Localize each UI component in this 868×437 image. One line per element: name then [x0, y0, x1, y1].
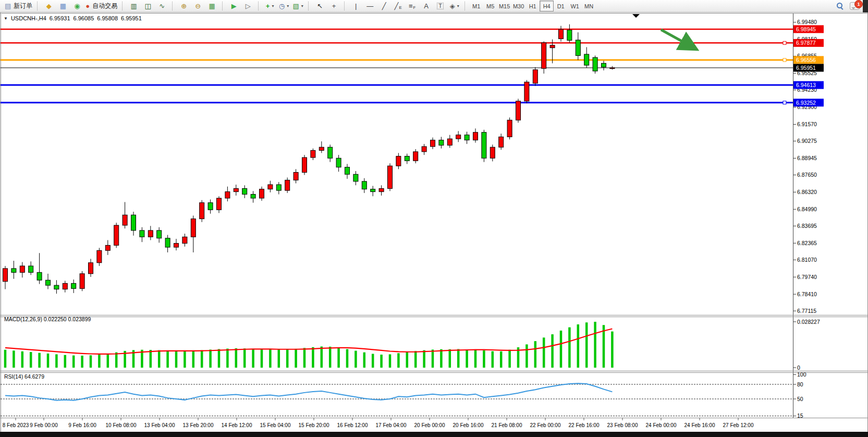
candlestick-chart-button[interactable]: ◫ — [141, 1, 155, 12]
toolbar-separator — [222, 2, 225, 10]
icon-sub-label: E — [399, 5, 401, 10]
chart-window-icon[interactable]: ▦ — [56, 1, 70, 12]
trendline-button[interactable]: ╱ — [377, 1, 391, 12]
vertical-line-button[interactable]: | — [349, 1, 363, 12]
toolbar-separator — [464, 2, 467, 10]
svg-text:6.82365: 6.82365 — [797, 240, 817, 246]
chevron-down-icon: ▾ — [272, 4, 274, 8]
svg-text:20 Feb 00:00: 20 Feb 00:00 — [414, 422, 445, 428]
timeframe-h1-button[interactable]: H1 — [525, 1, 540, 11]
timeframe-d1-button[interactable]: D1 — [554, 1, 568, 11]
timeframe-mn-button[interactable]: MN — [582, 1, 596, 11]
chart-title: ▼ USDCNH-,H4 6.95931 6.96085 6.95808 6.9… — [4, 15, 142, 21]
new-order-button-label: 新订单 — [14, 2, 32, 10]
toolbar-right: 1 — [837, 2, 860, 10]
add-indicator-button[interactable]: +▾ — [263, 1, 277, 12]
svg-text:6.97877: 6.97877 — [796, 40, 816, 46]
timeframe-m1-button[interactable]: M1 — [469, 1, 483, 11]
zoom-out-glyph: ⊖ — [195, 3, 201, 9]
zoom-in-glyph: ⊕ — [181, 3, 187, 9]
fibonacci-glyph: ≡ — [409, 3, 413, 9]
svg-text:17 Feb 04:00: 17 Feb 04:00 — [376, 422, 407, 428]
auto-scroll-glyph: ▶ — [231, 3, 237, 9]
timeframe-m30-button[interactable]: M30 — [511, 1, 525, 11]
chart-collapse-button[interactable]: ▼ — [4, 16, 8, 21]
text-glyph: A — [424, 3, 429, 9]
chart-open-value: 6.95931 — [50, 15, 70, 21]
timeframe-h4-button[interactable]: H4 — [540, 1, 554, 11]
svg-text:22 Feb 16:00: 22 Feb 16:00 — [569, 422, 600, 428]
vertical-line-glyph: | — [355, 3, 357, 9]
timeframe-m5-button[interactable]: M5 — [483, 1, 497, 11]
svg-text:6.90275: 6.90275 — [797, 138, 817, 144]
new-order-glyph: ▤ — [5, 3, 11, 9]
chart-shift-button[interactable]: ▷ — [241, 1, 255, 12]
zoom-out-button[interactable]: ⊖ — [191, 1, 205, 12]
svg-text:6.86320: 6.86320 — [797, 189, 817, 195]
toolbar-separator — [344, 2, 347, 10]
svg-text:6.77115: 6.77115 — [797, 308, 816, 314]
zoom-in-button[interactable]: ⊕ — [177, 1, 191, 12]
line-chart-button[interactable]: ∿ — [155, 1, 169, 12]
notifications-icon[interactable]: 1 — [850, 2, 860, 10]
autotrade-button-label: 自动交易 — [92, 2, 117, 10]
svg-text:23 Feb 08:00: 23 Feb 08:00 — [607, 422, 638, 428]
horizontal-line-button[interactable]: — — [363, 1, 377, 12]
horizontal-line-glyph: — — [366, 3, 373, 9]
new-order-button[interactable]: ▤新订单 — [3, 1, 34, 12]
svg-text:8 Feb 2023: 8 Feb 2023 — [3, 422, 29, 428]
window-corner — [863, 0, 868, 13]
svg-text:9 Feb 16:00: 9 Feb 16:00 — [68, 422, 96, 428]
svg-text:9 Feb 00:00: 9 Feb 00:00 — [30, 422, 58, 428]
tile-windows-glyph: ▦ — [209, 3, 215, 9]
svg-text:27 Feb 12:00: 27 Feb 12:00 — [723, 422, 754, 428]
arrows-button[interactable]: ◈▾ — [447, 1, 461, 12]
autotrade-button[interactable]: ●自动交易 — [84, 1, 119, 12]
template-button[interactable]: ▧▾ — [291, 1, 305, 12]
svg-text:80: 80 — [797, 381, 803, 387]
svg-text:15 Feb 04:00: 15 Feb 04:00 — [260, 422, 291, 428]
chevron-down-icon: ▾ — [287, 4, 289, 8]
line-handle[interactable] — [783, 101, 786, 104]
market-watch-icon[interactable]: ◆ — [42, 1, 56, 12]
svg-text:6.94613: 6.94613 — [796, 82, 816, 88]
cursor-button[interactable]: ↖ — [313, 1, 327, 12]
bar-chart-button[interactable]: ▥ — [127, 1, 141, 12]
svg-text:6.95951: 6.95951 — [796, 65, 816, 71]
fibonacci-button[interactable]: ≡F — [405, 1, 419, 12]
text-button[interactable]: A — [419, 1, 433, 12]
auto-scroll-button[interactable]: ▶ — [227, 1, 241, 12]
signals-icon[interactable]: ◉ — [70, 1, 84, 12]
svg-text:6.96556: 6.96556 — [796, 57, 816, 63]
timeframe-m15-button[interactable]: M15 — [497, 1, 511, 11]
period-button[interactable]: ◷▾ — [277, 1, 291, 12]
line-handle[interactable] — [783, 58, 786, 62]
arrows-glyph: ◈ — [450, 3, 455, 9]
chart-symbol-label: USDCNH-,H4 — [11, 15, 46, 21]
template-glyph: ▧ — [293, 3, 299, 9]
line-handle[interactable] — [783, 41, 786, 44]
crosshair-button[interactable]: + — [327, 1, 341, 12]
toolbar-separator — [258, 2, 261, 10]
timeframe-w1-button[interactable]: W1 — [568, 1, 582, 11]
price-chart: 6.994806.981506.968556.955256.942306.929… — [0, 0, 868, 437]
chevron-down-icon: ▾ — [301, 4, 303, 8]
svg-text:14 Feb 12:00: 14 Feb 12:00 — [222, 422, 252, 428]
chart-window-icon-glyph: ▦ — [60, 3, 66, 9]
svg-text:0.028227: 0.028227 — [797, 319, 820, 325]
channel-button[interactable]: ╱E — [391, 1, 405, 12]
chart-shift-glyph: ▷ — [246, 3, 251, 9]
search-icon[interactable] — [837, 3, 843, 9]
svg-text:13 Feb 04:00: 13 Feb 04:00 — [144, 422, 175, 428]
candlestick-chart-glyph: ◫ — [145, 3, 151, 9]
svg-text:15 Feb 20:00: 15 Feb 20:00 — [299, 422, 329, 428]
chart-high-value: 6.96085 — [74, 15, 94, 21]
svg-text:10 Feb 08:00: 10 Feb 08:00 — [106, 422, 137, 428]
svg-text:24 Feb 00:00: 24 Feb 00:00 — [646, 422, 677, 428]
text-label-glyph: T — [437, 3, 444, 9]
svg-text:6.83695: 6.83695 — [797, 223, 817, 229]
rsi-label: RSI(14) 64.6279 — [4, 373, 44, 380]
tile-windows-button[interactable]: ▦ — [205, 1, 219, 12]
svg-text:0: 0 — [797, 365, 800, 371]
text-label-button[interactable]: T — [433, 1, 447, 12]
